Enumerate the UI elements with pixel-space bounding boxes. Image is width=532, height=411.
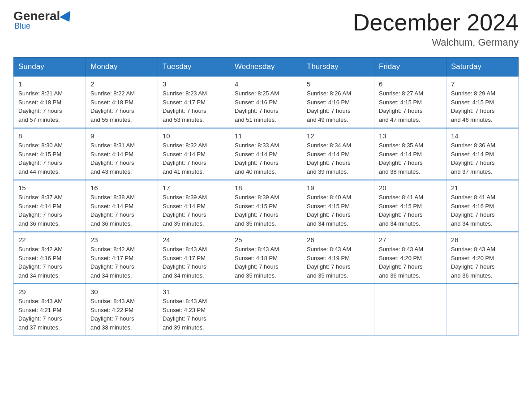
calendar-cell: 13 Sunrise: 8:35 AM Sunset: 4:14 PM Dayl… — [374, 128, 446, 180]
day-info: Sunrise: 8:22 AM Sunset: 4:18 PM Dayligh… — [90, 89, 153, 124]
day-info: Sunrise: 8:32 AM Sunset: 4:14 PM Dayligh… — [163, 141, 225, 176]
day-number: 15 — [18, 184, 81, 192]
day-number: 4 — [235, 80, 297, 88]
day-info: Sunrise: 8:25 AM Sunset: 4:16 PM Dayligh… — [235, 89, 297, 124]
calendar-cell: 25 Sunrise: 8:43 AM Sunset: 4:18 PM Dayl… — [230, 232, 302, 284]
day-number: 13 — [379, 132, 442, 140]
logo-arrow-icon — [60, 11, 75, 25]
calendar-cell: 14 Sunrise: 8:36 AM Sunset: 4:14 PM Dayl… — [446, 128, 519, 180]
day-number: 10 — [163, 132, 225, 140]
day-number: 11 — [235, 132, 297, 140]
day-number: 29 — [18, 288, 81, 295]
day-info: Sunrise: 8:27 AM Sunset: 4:15 PM Dayligh… — [379, 89, 442, 124]
day-number: 6 — [379, 80, 442, 88]
day-info: Sunrise: 8:39 AM Sunset: 4:14 PM Dayligh… — [163, 193, 225, 228]
day-info: Sunrise: 8:43 AM Sunset: 4:23 PM Dayligh… — [163, 297, 225, 332]
day-info: Sunrise: 8:40 AM Sunset: 4:15 PM Dayligh… — [307, 193, 369, 228]
day-info: Sunrise: 8:41 AM Sunset: 4:16 PM Dayligh… — [451, 193, 514, 228]
calendar-cell — [374, 284, 446, 336]
header-friday: Friday — [374, 58, 446, 77]
month-title: December 2024 — [353, 9, 519, 36]
day-info: Sunrise: 8:38 AM Sunset: 4:14 PM Dayligh… — [90, 193, 153, 228]
day-number: 18 — [235, 184, 297, 192]
day-number: 28 — [451, 236, 514, 244]
day-info: Sunrise: 8:21 AM Sunset: 4:18 PM Dayligh… — [18, 89, 81, 124]
header-saturday: Saturday — [446, 58, 519, 77]
calendar-cell — [302, 284, 374, 336]
calendar-cell: 10 Sunrise: 8:32 AM Sunset: 4:14 PM Dayl… — [158, 128, 230, 180]
day-number: 24 — [163, 236, 225, 244]
day-number: 31 — [163, 288, 225, 295]
location: Walchum, Germany — [353, 37, 519, 48]
header-tuesday: Tuesday — [158, 58, 230, 77]
day-number: 23 — [90, 236, 153, 244]
day-info: Sunrise: 8:41 AM Sunset: 4:15 PM Dayligh… — [379, 193, 442, 228]
header-wednesday: Wednesday — [230, 58, 302, 77]
day-info: Sunrise: 8:34 AM Sunset: 4:14 PM Dayligh… — [307, 141, 369, 176]
day-number: 17 — [163, 184, 225, 192]
day-number: 21 — [451, 184, 514, 192]
day-info: Sunrise: 8:42 AM Sunset: 4:16 PM Dayligh… — [18, 245, 81, 280]
calendar-cell: 23 Sunrise: 8:42 AM Sunset: 4:17 PM Dayl… — [86, 232, 158, 284]
calendar-cell: 4 Sunrise: 8:25 AM Sunset: 4:16 PM Dayli… — [230, 76, 302, 128]
day-number: 14 — [451, 132, 514, 140]
day-number: 1 — [18, 80, 81, 88]
header-sunday: Sunday — [14, 58, 86, 77]
day-number: 20 — [379, 184, 442, 192]
calendar-cell: 20 Sunrise: 8:41 AM Sunset: 4:15 PM Dayl… — [374, 180, 446, 232]
calendar-week-row: 15 Sunrise: 8:37 AM Sunset: 4:14 PM Dayl… — [14, 180, 519, 232]
calendar-cell: 28 Sunrise: 8:43 AM Sunset: 4:20 PM Dayl… — [446, 232, 519, 284]
day-info: Sunrise: 8:43 AM Sunset: 4:20 PM Dayligh… — [451, 245, 514, 280]
calendar-header-row: SundayMondayTuesdayWednesdayThursdayFrid… — [14, 58, 519, 77]
calendar-cell: 17 Sunrise: 8:39 AM Sunset: 4:14 PM Dayl… — [158, 180, 230, 232]
calendar-week-row: 29 Sunrise: 8:43 AM Sunset: 4:21 PM Dayl… — [14, 284, 519, 336]
title-area: December 2024 Walchum, Germany — [353, 9, 519, 48]
calendar-cell: 5 Sunrise: 8:26 AM Sunset: 4:16 PM Dayli… — [302, 76, 374, 128]
calendar-table: SundayMondayTuesdayWednesdayThursdayFrid… — [13, 57, 519, 336]
calendar-cell: 9 Sunrise: 8:31 AM Sunset: 4:14 PM Dayli… — [86, 128, 158, 180]
day-info: Sunrise: 8:43 AM Sunset: 4:18 PM Dayligh… — [235, 245, 297, 280]
day-info: Sunrise: 8:37 AM Sunset: 4:14 PM Dayligh… — [18, 193, 81, 228]
page-header: General Blue December 2024 Walchum, Germ… — [13, 9, 519, 48]
calendar-cell: 27 Sunrise: 8:43 AM Sunset: 4:20 PM Dayl… — [374, 232, 446, 284]
day-info: Sunrise: 8:43 AM Sunset: 4:19 PM Dayligh… — [307, 245, 369, 280]
day-number: 30 — [90, 288, 153, 295]
day-info: Sunrise: 8:43 AM Sunset: 4:17 PM Dayligh… — [163, 245, 225, 280]
day-number: 26 — [307, 236, 369, 244]
calendar-cell: 16 Sunrise: 8:38 AM Sunset: 4:14 PM Dayl… — [86, 180, 158, 232]
day-info: Sunrise: 8:31 AM Sunset: 4:14 PM Dayligh… — [90, 141, 153, 176]
calendar-week-row: 1 Sunrise: 8:21 AM Sunset: 4:18 PM Dayli… — [14, 76, 519, 128]
day-number: 9 — [90, 132, 153, 140]
logo-subtitle: Blue — [14, 21, 30, 31]
day-info: Sunrise: 8:43 AM Sunset: 4:22 PM Dayligh… — [90, 297, 153, 332]
day-number: 25 — [235, 236, 297, 244]
day-info: Sunrise: 8:43 AM Sunset: 4:21 PM Dayligh… — [18, 297, 81, 332]
day-info: Sunrise: 8:42 AM Sunset: 4:17 PM Dayligh… — [90, 245, 153, 280]
calendar-cell: 6 Sunrise: 8:27 AM Sunset: 4:15 PM Dayli… — [374, 76, 446, 128]
calendar-cell: 12 Sunrise: 8:34 AM Sunset: 4:14 PM Dayl… — [302, 128, 374, 180]
day-number: 2 — [90, 80, 153, 88]
calendar-cell — [230, 284, 302, 336]
day-number: 5 — [307, 80, 369, 88]
calendar-cell: 3 Sunrise: 8:23 AM Sunset: 4:17 PM Dayli… — [158, 76, 230, 128]
day-number: 22 — [18, 236, 81, 244]
calendar-cell: 26 Sunrise: 8:43 AM Sunset: 4:19 PM Dayl… — [302, 232, 374, 284]
day-number: 8 — [18, 132, 81, 140]
day-info: Sunrise: 8:43 AM Sunset: 4:20 PM Dayligh… — [379, 245, 442, 280]
day-number: 3 — [163, 80, 225, 88]
logo: General Blue — [13, 9, 74, 31]
day-number: 12 — [307, 132, 369, 140]
day-info: Sunrise: 8:26 AM Sunset: 4:16 PM Dayligh… — [307, 89, 369, 124]
calendar-cell: 7 Sunrise: 8:29 AM Sunset: 4:15 PM Dayli… — [446, 76, 519, 128]
calendar-cell: 2 Sunrise: 8:22 AM Sunset: 4:18 PM Dayli… — [86, 76, 158, 128]
calendar-cell: 11 Sunrise: 8:33 AM Sunset: 4:14 PM Dayl… — [230, 128, 302, 180]
day-number: 19 — [307, 184, 369, 192]
day-info: Sunrise: 8:35 AM Sunset: 4:14 PM Dayligh… — [379, 141, 442, 176]
calendar-cell: 24 Sunrise: 8:43 AM Sunset: 4:17 PM Dayl… — [158, 232, 230, 284]
day-info: Sunrise: 8:33 AM Sunset: 4:14 PM Dayligh… — [235, 141, 297, 176]
calendar-week-row: 22 Sunrise: 8:42 AM Sunset: 4:16 PM Dayl… — [14, 232, 519, 284]
calendar-cell: 1 Sunrise: 8:21 AM Sunset: 4:18 PM Dayli… — [14, 76, 86, 128]
calendar-cell: 29 Sunrise: 8:43 AM Sunset: 4:21 PM Dayl… — [14, 284, 86, 336]
calendar-cell: 8 Sunrise: 8:30 AM Sunset: 4:15 PM Dayli… — [14, 128, 86, 180]
calendar-cell: 15 Sunrise: 8:37 AM Sunset: 4:14 PM Dayl… — [14, 180, 86, 232]
